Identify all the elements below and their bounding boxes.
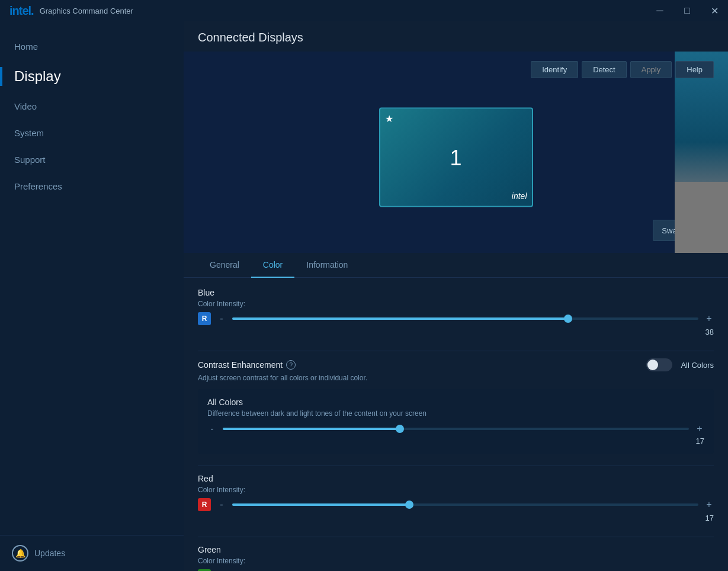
divider-2 [198, 466, 714, 466]
contrast-header: Contrast Enhancement ? All Colors [198, 358, 714, 371]
tab-general[interactable]: General [198, 253, 251, 278]
preview-toolbar: Identify Detect Apply Help [531, 61, 714, 78]
contrast-desc: Adjust screen contrast for all colors or… [198, 374, 714, 382]
sidebar-item-display[interactable]: Display [0, 60, 184, 93]
settings-scroll[interactable]: Blue Color Intensity: R - + 38 [184, 278, 728, 571]
red-slider-track [232, 503, 698, 506]
divider-1 [198, 351, 714, 351]
blue-top-plus[interactable]: + [704, 313, 714, 324]
red-slider-fill [232, 503, 409, 506]
blue-top-slider-thumb[interactable] [564, 315, 572, 323]
apply-button[interactable]: Apply [630, 61, 672, 78]
monitor-number: 1 [385, 146, 527, 171]
divider-3 [198, 537, 714, 537]
contrast-toggle-label: All Colors [681, 361, 714, 370]
monitor-star-icon: ★ [385, 113, 527, 124]
all-colors-section: All Colors Difference between dark and l… [198, 389, 714, 454]
red-value: 17 [198, 514, 714, 522]
updates-bell-icon: 🔔 [12, 545, 28, 562]
app-body: Home Display Video System Support Prefer… [0, 21, 728, 571]
green-setting: Green Color Intensity: G - + 17 [198, 544, 714, 571]
intel-logo: intel. [9, 4, 34, 18]
tabs-bar: General Color Information [184, 253, 728, 278]
red-minus[interactable]: - [217, 499, 226, 510]
title-bar: intel. Graphics Command Center ─ □ ✕ [0, 0, 728, 21]
display-preview: Identify Detect Apply Help ★ 1 intel Swa… [184, 52, 728, 253]
blue-badge: R [198, 312, 211, 325]
all-colors-slider-fill [223, 428, 400, 430]
all-colors-plus[interactable]: + [695, 424, 704, 434]
all-colors-minus[interactable]: - [207, 424, 217, 434]
all-colors-slider-thumb[interactable] [396, 425, 404, 433]
sidebar-bottom: 🔔 Updates [0, 535, 184, 571]
green-name: Green [198, 545, 221, 554]
window-controls: ─ □ ✕ [646, 0, 728, 21]
close-button[interactable]: ✕ [701, 0, 728, 21]
contrast-toggle[interactable] [646, 358, 672, 371]
sidebar-item-home[interactable]: Home [0, 33, 184, 60]
tab-color[interactable]: Color [251, 253, 294, 278]
red-sub: Color Intensity: [198, 486, 245, 494]
monitor-preview[interactable]: ★ 1 intel [379, 107, 533, 207]
red-setting: Red Color Intensity: R - + 17 [198, 473, 714, 522]
main-content: Connected Displays Identify Detect Apply… [184, 21, 728, 571]
red-control: R - + [198, 498, 714, 511]
sidebar-item-video[interactable]: Video [0, 93, 184, 120]
maximize-button[interactable]: □ [674, 0, 701, 21]
contrast-help-icon[interactable]: ? [286, 360, 296, 370]
updates-label: Updates [34, 548, 65, 558]
all-colors-control: - + [207, 424, 704, 434]
identify-button[interactable]: Identify [531, 61, 578, 78]
contrast-toggle-group: All Colors [646, 358, 714, 371]
tab-information[interactable]: Information [294, 253, 360, 278]
help-button[interactable]: Help [675, 61, 714, 78]
red-slider-thumb[interactable] [405, 501, 413, 509]
blue-top-minus[interactable]: - [217, 313, 226, 324]
monitor-brand: intel [385, 191, 527, 201]
blue-top-setting: Blue Color Intensity: R - + 38 [198, 287, 714, 336]
red-badge: R [198, 498, 211, 511]
detect-button[interactable]: Detect [582, 61, 627, 78]
red-plus[interactable]: + [704, 499, 714, 510]
all-colors-value: 17 [207, 437, 704, 445]
sidebar-item-support[interactable]: Support [0, 146, 184, 173]
red-header: Red Color Intensity: [198, 473, 714, 495]
contrast-toggle-knob [647, 360, 658, 370]
blue-top-control: R - + [198, 312, 714, 325]
app-branding: intel. Graphics Command Center [9, 4, 133, 18]
contrast-name: Contrast Enhancement [198, 360, 283, 370]
blue-top-sub: Color Intensity: [198, 300, 245, 308]
app-title: Graphics Command Center [40, 7, 133, 15]
contrast-title: Contrast Enhancement ? [198, 360, 296, 370]
red-name: Red [198, 474, 213, 483]
minimize-button[interactable]: ─ [646, 0, 674, 21]
contrast-enhancement-section: Contrast Enhancement ? All Colors Adjust… [198, 358, 714, 454]
blue-top-name: Blue [198, 288, 214, 297]
sidebar-item-system[interactable]: System [0, 120, 184, 146]
green-sub: Color Intensity: [198, 557, 245, 565]
page-title: Connected Displays [184, 21, 728, 52]
sidebar: Home Display Video System Support Prefer… [0, 21, 184, 571]
swatch-panel-bottom [675, 182, 728, 253]
blue-top-value: 38 [198, 328, 714, 336]
all-colors-desc: Difference between dark and light tones … [207, 409, 704, 418]
blue-top-slider-track [232, 317, 698, 320]
sidebar-nav: Home Display Video System Support Prefer… [0, 27, 184, 535]
sidebar-item-preferences[interactable]: Preferences [0, 173, 184, 200]
all-colors-name: All Colors [207, 397, 704, 407]
green-header: Green Color Intensity: [198, 544, 714, 566]
all-colors-slider-track [223, 428, 689, 430]
blue-top-slider-fill [232, 317, 568, 320]
